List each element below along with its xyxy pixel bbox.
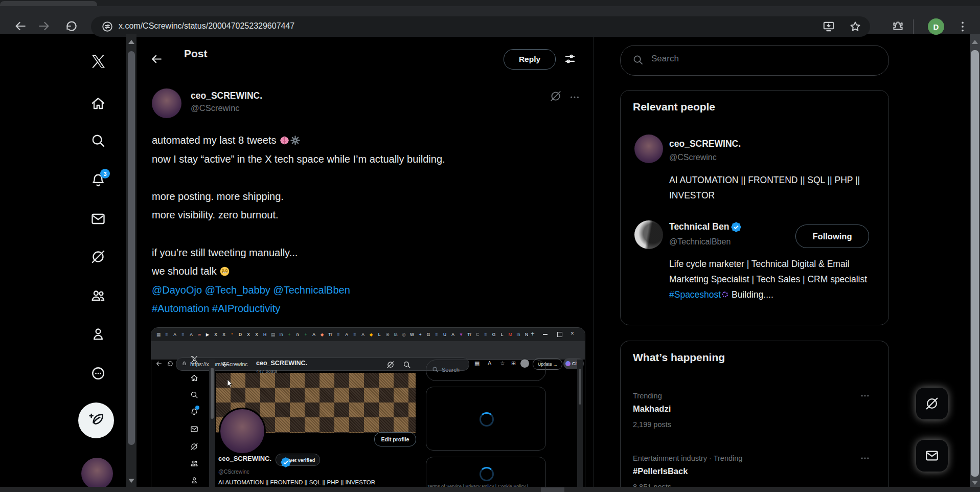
sidebar-item-home[interactable] bbox=[90, 96, 106, 111]
browser-back-icon[interactable] bbox=[13, 19, 28, 33]
tweet-author-avatar[interactable] bbox=[152, 88, 181, 118]
inner-x-logo bbox=[190, 355, 198, 364]
messages-icon bbox=[925, 449, 939, 463]
tweet-link[interactable]: @TechnicalBben bbox=[273, 284, 350, 296]
trend-title[interactable]: #PellerIsBack bbox=[633, 466, 688, 476]
back-arrow-icon[interactable] bbox=[150, 52, 164, 66]
inner-grok-icon bbox=[190, 442, 198, 451]
bookmark-star-icon[interactable] bbox=[849, 20, 862, 33]
bottom-edge-band bbox=[0, 487, 980, 492]
browser-tab-favicon: X bbox=[212, 331, 220, 338]
person-name[interactable]: ceo_SCREWINC. bbox=[669, 139, 741, 149]
person-avatar[interactable] bbox=[634, 220, 663, 249]
browser-profile-avatar[interactable]: D bbox=[928, 18, 944, 35]
site-info-icon[interactable] bbox=[101, 20, 113, 33]
browser-tab-favicon: ≡ bbox=[482, 331, 490, 338]
grok-icon bbox=[925, 396, 939, 411]
tweet-link[interactable]: #Automation bbox=[152, 303, 209, 314]
inner-restore-icon bbox=[557, 332, 562, 337]
tweet-text-line: automated my last 8 tweets bbox=[152, 131, 589, 150]
compose-post-button[interactable] bbox=[78, 402, 114, 438]
browser-forward-icon[interactable] bbox=[37, 19, 51, 33]
compose-feather-icon bbox=[88, 412, 104, 429]
install-app-icon[interactable] bbox=[822, 20, 835, 33]
browser-tab-favicon: In bbox=[514, 331, 522, 338]
browser-tab-favicon: ▦ bbox=[154, 331, 163, 338]
sidebar-item-grok[interactable] bbox=[90, 249, 106, 264]
trend-kicker[interactable]: Entertainment industry · Trending bbox=[633, 454, 742, 462]
inner-back-icon bbox=[155, 360, 163, 367]
inner-minimize-icon bbox=[543, 334, 548, 335]
page-scrollbar-thumb[interactable] bbox=[971, 50, 979, 477]
x-logo[interactable] bbox=[90, 54, 106, 69]
sidebar-item-profile[interactable] bbox=[90, 326, 106, 342]
inner-header-search-icon bbox=[403, 361, 411, 369]
inner-get-verified-button: Get verified bbox=[276, 454, 320, 466]
tweet-text-line: @DayoOjo @Tech_babby @TechnicalBben bbox=[152, 281, 589, 300]
scroll-up-arrow-icon[interactable] bbox=[128, 40, 134, 44]
scroll-down-arrow-icon[interactable] bbox=[972, 481, 978, 485]
browser-url[interactable]: x.com/CScrewinc/status/20004702523296074… bbox=[119, 21, 294, 31]
sidebar-item-more[interactable] bbox=[90, 366, 106, 381]
browser-reload-icon[interactable] bbox=[64, 19, 79, 33]
tweet-author-handle[interactable]: @CScrewinc bbox=[191, 103, 240, 113]
trend-more-icon[interactable] bbox=[860, 453, 870, 463]
browser-tab-favicon: ▼ bbox=[457, 331, 465, 338]
scroll-up-arrow-icon[interactable] bbox=[972, 40, 978, 44]
trend-more-icon[interactable] bbox=[860, 391, 870, 401]
browser-tab-favicon: C bbox=[473, 331, 482, 338]
trend-kicker[interactable]: Trending bbox=[633, 392, 662, 400]
grok-floating-button[interactable] bbox=[916, 388, 948, 419]
inner-messages-icon bbox=[190, 425, 198, 433]
inner-browser-tab-strip: ▦≡A≡A∞▶XX*DXXH▤In+n+A◆Tr≡A≡A◆L⊗Ia◎W✦G≡UA… bbox=[151, 328, 585, 341]
tweet-more-icon[interactable] bbox=[569, 92, 580, 103]
conversation-settings-icon[interactable] bbox=[563, 52, 577, 65]
tweet-text-line bbox=[152, 225, 589, 243]
messages-floating-button[interactable] bbox=[916, 440, 948, 472]
browser-menu-kebab-icon[interactable] bbox=[956, 20, 969, 33]
person-avatar[interactable] bbox=[634, 135, 663, 163]
tweet-link[interactable]: @DayoOjo bbox=[152, 284, 202, 296]
purple-dots-emoji bbox=[721, 287, 729, 302]
inner-header-grok-icon bbox=[386, 361, 395, 369]
tweet-link[interactable]: #Spaceshost bbox=[669, 289, 721, 300]
brain-emoji bbox=[279, 131, 290, 150]
inner-search-icon bbox=[190, 391, 198, 399]
browser-tab-favicon: + bbox=[285, 331, 293, 338]
browser-tab-favicon: M bbox=[506, 331, 514, 338]
sidebar-item-explore[interactable] bbox=[90, 133, 106, 148]
tweet-text: automated my last 8 tweets now I stay “a… bbox=[152, 131, 589, 318]
browser-active-tab[interactable] bbox=[0, 1, 97, 6]
tweet-author-name[interactable]: ceo_SCREWINC. bbox=[191, 91, 262, 101]
inner-scrollbar-thumb[interactable] bbox=[128, 51, 135, 445]
reply-button[interactable]: Reply bbox=[504, 49, 556, 70]
account-avatar[interactable] bbox=[81, 458, 113, 489]
following-button[interactable]: Following bbox=[795, 225, 869, 248]
browser-tab-favicon: A bbox=[449, 331, 457, 338]
inner-profile-bio: AI AUTOMATION || FRONTEND || SQL || PHP … bbox=[218, 479, 375, 485]
sidebar-item-communities[interactable] bbox=[90, 288, 106, 303]
gear-emoji bbox=[290, 131, 301, 150]
search-input[interactable] bbox=[650, 53, 867, 64]
person-name[interactable]: Technical Ben bbox=[669, 221, 741, 232]
trend-title[interactable]: Makhadzi bbox=[633, 404, 671, 414]
extensions-puzzle-icon[interactable] bbox=[892, 20, 904, 33]
scroll-down-arrow-icon[interactable] bbox=[128, 479, 134, 483]
tweet-media-image[interactable]: ▦≡A≡A∞▶XX*DXXH▤In+n+A◆Tr≡A≡A◆L⊗Ia◎W✦G≡UA… bbox=[151, 327, 585, 488]
browser-tab-favicon: X bbox=[244, 331, 253, 338]
browser-tab-favicon: ⊗ bbox=[383, 331, 392, 338]
loading-spinner-icon bbox=[480, 412, 494, 427]
person-handle[interactable]: @CScrewinc bbox=[669, 153, 717, 162]
inner-communities-icon bbox=[190, 459, 198, 467]
browser-tab-favicon: ◆ bbox=[318, 331, 326, 338]
grok-actions-icon[interactable] bbox=[550, 90, 562, 102]
person-handle[interactable]: @TechnicalBben bbox=[669, 237, 731, 247]
tweet-link[interactable]: @Tech_babby bbox=[205, 284, 270, 296]
page-title: Post bbox=[184, 48, 208, 60]
inner-right-scrollbar-thumb bbox=[579, 369, 581, 405]
tweet-text-line: more visibility. zero burnout. bbox=[152, 206, 589, 225]
sidebar-item-messages[interactable] bbox=[90, 211, 106, 227]
tweet-link[interactable]: #AIProductivity bbox=[212, 303, 280, 314]
browser-tab-favicon: ∞ bbox=[195, 331, 203, 338]
copilot-icon bbox=[565, 361, 571, 366]
